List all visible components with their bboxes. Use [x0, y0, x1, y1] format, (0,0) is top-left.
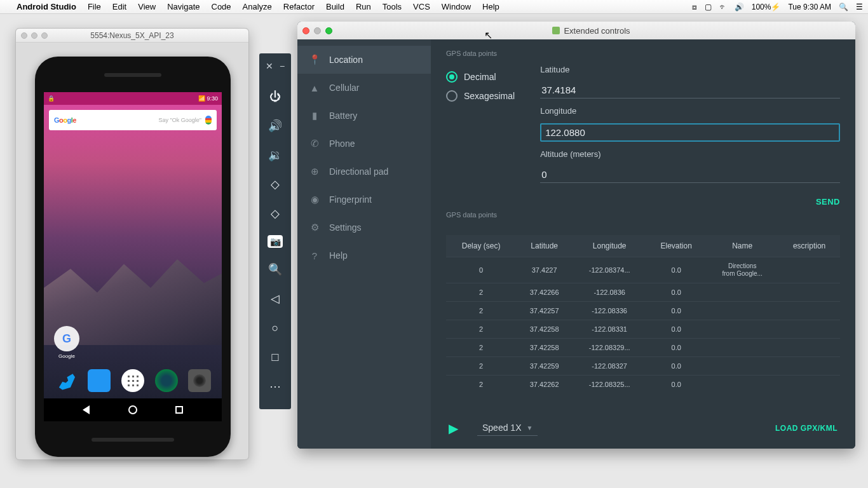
tray-dropbox-icon[interactable]: ⧈	[692, 3, 697, 11]
table-row[interactable]: 237.42257-122.083360.0	[446, 302, 840, 320]
cellular-icon: ▲	[309, 83, 320, 93]
tray-clock[interactable]: Tue 9:30 AM	[788, 3, 831, 11]
ext-title: Extended controls	[564, 26, 630, 36]
fingerprint-icon: ◉	[309, 194, 320, 205]
th-name[interactable]: Name	[706, 235, 778, 257]
menu-run[interactable]: Run	[356, 2, 371, 11]
window-zoom-button[interactable]	[325, 27, 332, 34]
menu-code[interactable]: Code	[212, 2, 231, 11]
tray-airplay-icon[interactable]: ▢	[705, 3, 712, 11]
toolbar-back-icon[interactable]: ◁	[266, 291, 284, 306]
google-logo: Google	[54, 116, 76, 124]
help-icon: ?	[309, 250, 320, 261]
macos-menubar: Android Studio File Edit View Navigate C…	[0, 0, 868, 14]
dock-camera[interactable]	[188, 369, 211, 392]
nav-home[interactable]	[128, 405, 137, 414]
battery-icon: ▮	[309, 110, 320, 121]
speed-select[interactable]: Speed 1X ▼	[477, 420, 538, 436]
menu-edit[interactable]: Edit	[112, 2, 126, 11]
sidebar-item-cellular[interactable]: ▲Cellular	[297, 74, 431, 102]
th-delay[interactable]: Delay (sec)	[446, 235, 516, 257]
ext-app-icon	[552, 27, 560, 34]
toolbar-rotate-left-icon[interactable]: ◇	[266, 177, 284, 192]
dock-phone[interactable]	[55, 369, 78, 392]
sidebar-item-phone[interactable]: ✆Phone	[297, 130, 431, 158]
toolbar-home-icon[interactable]: ○	[266, 320, 284, 336]
emulator-titlebar[interactable]: 5554:Nexus_5X_API_23	[16, 29, 248, 43]
toolbar-screenshot-icon[interactable]: 📷	[268, 235, 283, 248]
menu-view[interactable]: View	[138, 2, 156, 11]
toolbar-overview-icon[interactable]: □	[266, 349, 284, 365]
dock-messages[interactable]	[88, 369, 111, 392]
table-row[interactable]: 237.42258-122.08329...0.0	[446, 339, 840, 357]
longitude-label: Longitude	[540, 106, 840, 116]
load-gpx-button[interactable]: LOAD GPX/KML	[775, 424, 837, 433]
window-close-button[interactable]	[302, 27, 309, 34]
sidebar-item-battery[interactable]: ▮Battery	[297, 102, 431, 130]
toolbar-rotate-right-icon[interactable]: ◇	[266, 206, 284, 221]
homescreen[interactable]: Google Say "Ok Google" G Google	[44, 105, 222, 421]
app-name[interactable]: Android Studio	[17, 2, 76, 11]
latitude-input[interactable]	[540, 82, 840, 98]
android-navbar	[44, 398, 222, 421]
window-minimize-button[interactable]	[314, 27, 321, 34]
ext-titlebar[interactable]: Extended controls	[297, 22, 855, 39]
tray-wifi-icon[interactable]: ᯤ	[719, 3, 727, 11]
google-search-bar[interactable]: Google Say "Ok Google"	[49, 110, 217, 130]
menu-analyze[interactable]: Analyze	[243, 2, 272, 11]
toolbar-close-icon[interactable]: ✕	[266, 61, 273, 71]
table-row[interactable]: 237.42259-122.083270.0	[446, 357, 840, 376]
toolbar-power-icon[interactable]: ⏻	[266, 89, 284, 104]
sidebar-item-help[interactable]: ?Help	[297, 241, 431, 269]
th-desc[interactable]: escription	[778, 235, 840, 257]
section-gps-2: GPS data points	[446, 211, 840, 219]
longitude-input[interactable]	[540, 123, 840, 142]
sidebar-item-dpad[interactable]: ⊕Directional pad	[297, 158, 431, 186]
send-button[interactable]: SEND	[816, 197, 840, 207]
toolbar-volume-up-icon[interactable]: 🔊	[266, 118, 284, 133]
dock-allapps[interactable]	[121, 369, 144, 392]
location-icon: 📍	[309, 54, 320, 65]
lock-icon: 🔒	[48, 95, 55, 102]
toolbar-more-icon[interactable]: ⋯	[266, 379, 284, 394]
toolbar-zoom-icon[interactable]: 🔍	[266, 262, 284, 277]
sidebar-item-fingerprint[interactable]: ◉Fingerprint	[297, 186, 431, 214]
tray-battery[interactable]: 100% ⚡	[752, 3, 781, 11]
menu-file[interactable]: File	[88, 2, 101, 11]
play-button[interactable]: ▶	[449, 421, 458, 436]
dock	[44, 365, 222, 396]
nav-recent[interactable]	[175, 406, 183, 414]
th-elev[interactable]: Elevation	[646, 235, 706, 257]
dock-browser[interactable]	[155, 369, 178, 392]
sidebar-item-location[interactable]: 📍Location	[297, 46, 431, 74]
sidebar-item-settings[interactable]: ⚙Settings	[297, 214, 431, 241]
th-lon[interactable]: Longitude	[573, 235, 646, 257]
table-row[interactable]: 037.4227-122.08374...0.0Directionsfrom G…	[446, 257, 840, 283]
menu-vcs[interactable]: VCS	[413, 2, 430, 11]
tray-spotlight-icon[interactable]: 🔍	[839, 3, 848, 11]
mic-icon[interactable]	[205, 116, 212, 125]
toolbar-volume-down-icon[interactable]: 🔉	[266, 147, 284, 163]
menu-refactor[interactable]: Refactor	[283, 2, 315, 11]
toolbar-minimize-icon[interactable]: −	[280, 61, 285, 71]
tray-notifications-icon[interactable]: ☰	[856, 3, 863, 11]
status-time: 9:30	[207, 95, 218, 102]
radio-sexagesimal[interactable]: Sexagesimal	[446, 90, 515, 102]
menu-build[interactable]: Build	[326, 2, 344, 11]
altitude-input[interactable]	[540, 166, 840, 183]
radio-decimal[interactable]: Decimal	[446, 71, 515, 83]
search-hint: Say "Ok Google"	[76, 117, 205, 123]
menu-navigate[interactable]: Navigate	[167, 2, 200, 11]
google-folder[interactable]: G Google	[53, 326, 81, 359]
menu-window[interactable]: Window	[442, 2, 471, 11]
table-row[interactable]: 237.42266-122.08360.0	[446, 283, 840, 302]
th-lat[interactable]: Latitude	[516, 235, 573, 257]
table-row[interactable]: 237.42262-122.08325...0.0	[446, 376, 840, 394]
device-screen[interactable]: 🔒 📶 9:30 Google Say "Ok Google" G Google	[44, 92, 222, 421]
table-row[interactable]: 237.42258-122.083310.0	[446, 320, 840, 339]
settings-icon: ⚙	[309, 222, 320, 233]
menu-tools[interactable]: Tools	[383, 2, 402, 11]
nav-back[interactable]	[83, 405, 90, 414]
menu-help[interactable]: Help	[482, 2, 499, 11]
tray-volume-icon[interactable]: 🔊	[735, 3, 744, 11]
